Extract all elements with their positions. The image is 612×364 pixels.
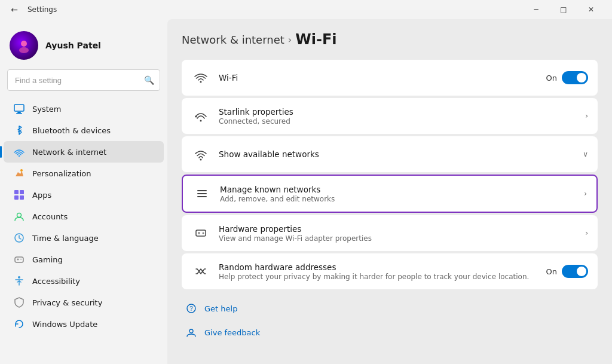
sidebar-item-time[interactable]: Time & language	[4, 227, 164, 249]
gaming-icon	[13, 253, 25, 265]
svg-text:?: ?	[189, 305, 193, 312]
svg-rect-21	[197, 190, 207, 191]
sidebar-item-accounts[interactable]: Accounts	[4, 206, 164, 227]
row-icon-wifi	[191, 68, 210, 87]
settings-row-inner-starlink[interactable]: Starlink properties Connected, secured ›	[182, 98, 598, 134]
toggle-wifi[interactable]	[562, 71, 588, 84]
settings-row-inner-hardware[interactable]: Hardware properties View and manage Wi-F…	[182, 215, 598, 251]
svg-rect-10	[20, 195, 24, 200]
help-link-get-help[interactable]: ? Get help	[184, 299, 595, 318]
svg-rect-22	[197, 193, 207, 194]
user-profile[interactable]: Ayush Patel	[0, 24, 167, 69]
row-text-wifi: Wi-Fi	[219, 73, 546, 82]
row-title-random-hw: Random hardware addresses	[219, 262, 546, 272]
svg-point-5	[19, 155, 20, 157]
on-label-random-hw: On	[546, 267, 557, 276]
sidebar-item-system[interactable]: System	[4, 98, 164, 120]
breadcrumb-current: Wi-Fi	[295, 31, 336, 48]
row-text-starlink: Starlink properties Connected, secured	[219, 107, 585, 126]
row-text-show-networks: Show available networks	[219, 149, 583, 159]
row-sub-manage-networks: Add, remove, and edit networks	[220, 195, 584, 203]
svg-rect-13	[15, 257, 23, 262]
close-button[interactable]: ✕	[577, 0, 605, 19]
window-controls: ─ □ ✕	[522, 0, 605, 19]
accessibility-icon	[13, 275, 25, 287]
svg-point-19	[195, 116, 197, 118]
settings-row-inner-manage-networks[interactable]: Manage known networks Add, remove, and e…	[183, 176, 596, 212]
svg-rect-2	[14, 105, 24, 111]
row-right-starlink: ›	[585, 112, 588, 120]
settings-row-hardware[interactable]: Hardware properties View and manage Wi-F…	[182, 215, 598, 251]
settings-rows: Wi-Fi On Starlink properties Connected, …	[182, 60, 598, 289]
row-right-show-networks: ∨	[583, 150, 588, 158]
svg-point-11	[17, 213, 22, 218]
sidebar-nav: System Bluetooth & devices Network & int…	[0, 98, 167, 335]
svg-point-1	[19, 47, 29, 53]
minimize-button[interactable]: ─	[522, 0, 550, 19]
app-container: Ayush Patel 🔍 System Bluetooth & devices…	[0, 19, 612, 364]
chevron-icon-manage-networks: ›	[584, 189, 587, 198]
row-sub-random-hw: Help protect your privacy by making it h…	[219, 273, 546, 281]
expand-icon-show-networks: ∨	[583, 150, 588, 158]
svg-rect-7	[14, 190, 19, 194]
privacy-icon	[13, 296, 25, 308]
sidebar-item-privacy[interactable]: Privacy & security	[4, 292, 164, 313]
help-link-give-feedback[interactable]: Give feedback	[184, 323, 595, 342]
get-help-label: Get help	[204, 304, 237, 313]
svg-rect-24	[196, 230, 206, 236]
settings-row-show-networks[interactable]: Show available networks ∨	[182, 136, 598, 172]
search-container: 🔍	[7, 69, 160, 91]
time-icon	[13, 232, 25, 244]
search-input[interactable]	[7, 69, 160, 91]
settings-row-inner-random-hw[interactable]: Random hardware addresses Help protect y…	[182, 253, 598, 289]
avatar	[10, 31, 38, 60]
breadcrumb-parent: Network & internet	[182, 33, 284, 46]
network-icon	[13, 146, 25, 158]
row-text-random-hw: Random hardware addresses Help protect y…	[219, 262, 546, 281]
svg-rect-8	[20, 190, 24, 194]
row-title-show-networks: Show available networks	[219, 149, 583, 159]
sidebar-item-personalization[interactable]: Personalization	[4, 163, 164, 184]
back-button[interactable]: ←	[7, 2, 22, 17]
row-text-manage-networks: Manage known networks Add, remove, and e…	[220, 185, 584, 203]
settings-row-inner-wifi[interactable]: Wi-Fi On	[182, 60, 598, 96]
svg-point-14	[20, 259, 21, 260]
app-title: Settings	[27, 5, 516, 14]
search-icon: 🔍	[144, 75, 154, 85]
settings-row-starlink[interactable]: Starlink properties Connected, secured ›	[182, 98, 598, 134]
toggle-random-hw[interactable]	[562, 265, 588, 278]
apps-icon	[13, 189, 25, 201]
svg-point-6	[20, 169, 23, 172]
get-help-icon: ?	[184, 301, 198, 316]
settings-row-manage-networks[interactable]: Manage known networks Add, remove, and e…	[182, 175, 598, 213]
row-title-wifi: Wi-Fi	[219, 73, 546, 82]
settings-row-random-hw[interactable]: Random hardware addresses Help protect y…	[182, 253, 598, 289]
svg-point-15	[21, 259, 22, 260]
sidebar-item-accessibility[interactable]: Accessibility	[4, 270, 164, 292]
sidebar-item-network[interactable]: Network & internet	[4, 141, 164, 163]
row-title-starlink: Starlink properties	[219, 107, 585, 117]
svg-rect-9	[14, 195, 19, 200]
svg-rect-23	[197, 196, 207, 197]
svg-point-26	[203, 233, 204, 234]
breadcrumb: Network & internet › Wi-Fi	[182, 31, 598, 48]
row-icon-starlink	[191, 106, 210, 126]
breadcrumb-separator: ›	[288, 34, 292, 45]
bluetooth-icon	[13, 124, 25, 136]
sidebar-item-update[interactable]: Windows Update	[4, 313, 164, 335]
give-feedback-label: Give feedback	[204, 328, 260, 337]
row-icon-hardware	[191, 224, 210, 243]
update-icon	[13, 318, 25, 330]
svg-point-29	[189, 329, 193, 333]
row-title-manage-networks: Manage known networks	[220, 185, 584, 194]
sidebar-item-apps[interactable]: Apps	[4, 184, 164, 206]
svg-rect-25	[198, 232, 200, 234]
title-bar: ← Settings ─ □ ✕	[0, 0, 612, 19]
svg-point-17	[200, 81, 202, 83]
sidebar-item-bluetooth[interactable]: Bluetooth & devices	[4, 120, 164, 141]
maximize-button[interactable]: □	[550, 0, 577, 19]
sidebar-item-gaming[interactable]: Gaming	[4, 249, 164, 270]
settings-row-wifi[interactable]: Wi-Fi On	[182, 60, 598, 96]
settings-row-inner-show-networks[interactable]: Show available networks ∨	[182, 136, 598, 172]
give-feedback-icon	[184, 325, 198, 339]
